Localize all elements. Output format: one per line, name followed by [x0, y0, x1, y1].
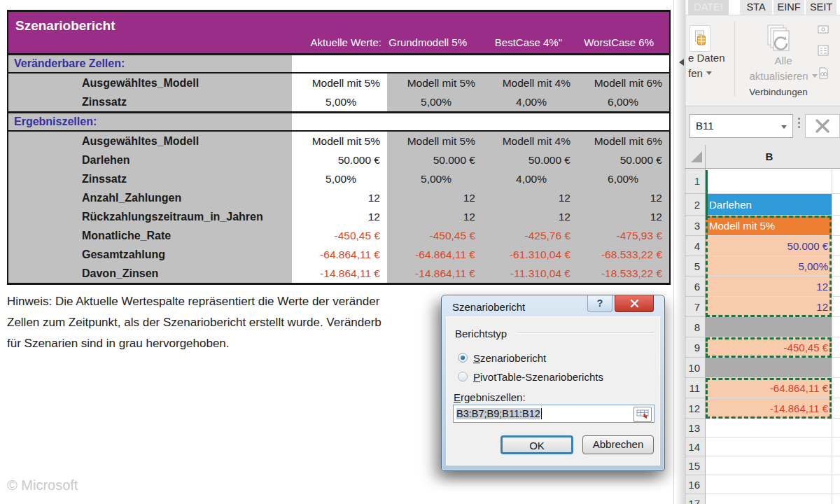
ribbon-tab-datei[interactable]: DATEI	[688, 0, 729, 15]
row-header-7[interactable]: 7	[685, 297, 706, 317]
report-cell[interactable]: 50.000 €	[292, 150, 387, 169]
report-cell[interactable]: -450,45 €	[387, 226, 482, 245]
report-cell[interactable]: 5,00%	[292, 169, 387, 188]
cell-b12[interactable]: -14.864,11 €	[706, 398, 832, 419]
row-header-5[interactable]: 5	[685, 256, 706, 276]
cell-b4[interactable]: 50.000 €	[706, 236, 832, 256]
report-cell[interactable]: 5,00%	[387, 169, 482, 188]
cell-b6[interactable]: 12	[706, 276, 832, 297]
ribbon-tab-einf[interactable]: EINF	[774, 0, 804, 15]
report-row-label[interactable]: Ausgewähltes_Modell	[8, 132, 292, 150]
report-cell[interactable]: Modell mit 6%	[578, 132, 669, 150]
refresh-all-icon[interactable]	[764, 22, 796, 57]
report-cell[interactable]: -14.864,11 €	[387, 264, 482, 283]
row-header-2[interactable]: 2	[685, 194, 706, 216]
report-cell[interactable]: -64.864,11 €	[387, 245, 482, 264]
radio-scenario-report[interactable]	[458, 353, 468, 363]
report-cell[interactable]: 12	[482, 207, 578, 226]
report-row-label[interactable]: Davon_Zinsen	[8, 264, 292, 283]
radio-pivottable-report[interactable]	[458, 372, 468, 382]
cell-b16[interactable]	[706, 475, 832, 494]
report-cell[interactable]: 12	[387, 207, 482, 226]
row-header-16[interactable]: 16	[685, 475, 706, 494]
row-header-12[interactable]: 12	[685, 398, 706, 419]
help-button[interactable]: ?	[587, 295, 612, 312]
report-row-label[interactable]: Anzahl_Zahlungen	[8, 188, 292, 207]
external-data-label-line1[interactable]: e Daten	[688, 52, 725, 64]
row-header-15[interactable]: 15	[685, 456, 706, 475]
ribbon-tab-sta[interactable]: STA	[740, 0, 772, 15]
edit-links-icon[interactable]	[818, 67, 830, 79]
report-row-label[interactable]: Rückzahlungszeitraum_in_Jahren	[8, 207, 292, 226]
report-cell[interactable]: 12	[578, 188, 669, 207]
row-header-4[interactable]: 4	[685, 236, 706, 256]
cell-b10[interactable]	[706, 358, 832, 378]
row-header-10[interactable]: 10	[685, 358, 706, 378]
cancel-button[interactable]: Abbrechen	[582, 435, 654, 454]
cell-b15[interactable]	[706, 456, 832, 475]
close-button[interactable]	[615, 295, 654, 312]
cell-b3[interactable]: Modell mit 5%	[706, 216, 832, 236]
report-cell[interactable]: 5,00%	[387, 92, 482, 111]
ok-button[interactable]: OK	[500, 435, 573, 454]
row-header-6[interactable]: 6	[685, 276, 706, 297]
report-cell[interactable]: -11.310,04 €	[482, 264, 578, 283]
report-cell[interactable]: -61.310,04 €	[482, 245, 578, 264]
report-cell[interactable]: -64.864,11 €	[292, 245, 387, 264]
report-cell[interactable]: 50.000 €	[482, 150, 578, 169]
report-cell[interactable]: Modell mit 5%	[292, 132, 387, 150]
report-cell[interactable]: 6,00%	[578, 169, 669, 188]
external-data-label-line2[interactable]: fen	[688, 67, 712, 79]
cell-b9[interactable]: -450,45 €	[706, 337, 832, 358]
range-picker-button[interactable]	[634, 407, 652, 422]
row-header-13[interactable]: 13	[685, 419, 706, 438]
result-cells-input[interactable]: B3:B7;B9;B11:B12	[453, 405, 654, 423]
row-header-1[interactable]: 1	[685, 169, 706, 194]
report-cell[interactable]: Modell mit 6%	[578, 74, 669, 92]
cell-b1[interactable]	[706, 169, 832, 194]
report-cell[interactable]: -475,93 €	[578, 226, 669, 245]
cell-b8[interactable]	[706, 317, 832, 337]
row-header-11[interactable]: 11	[685, 378, 706, 398]
report-cell[interactable]: 50.000 €	[387, 150, 482, 169]
report-cell[interactable]: 4,00%	[482, 169, 578, 188]
report-row-label[interactable]: Gesamtzahlung	[8, 245, 292, 264]
report-cell[interactable]: 5,00%	[292, 92, 387, 111]
report-cell[interactable]: 12	[387, 188, 482, 207]
report-cell[interactable]: Modell mit 4%	[482, 132, 578, 150]
report-cell[interactable]: -18.533,22 €	[578, 264, 669, 283]
collapse-arrow-icon[interactable]	[676, 59, 684, 66]
formula-cancel-box[interactable]	[805, 114, 840, 138]
report-cell[interactable]: 12	[578, 207, 669, 226]
report-cell[interactable]: Modell mit 5%	[387, 74, 482, 92]
report-row-label[interactable]: Ausgewähltes_Modell	[8, 74, 292, 92]
report-cell[interactable]: Modell mit 4%	[482, 74, 578, 92]
report-cell[interactable]: 12	[292, 188, 387, 207]
formula-bar-dots[interactable]	[798, 118, 800, 128]
cell-b5[interactable]: 5,00%	[706, 256, 832, 276]
cell-b11[interactable]: -64.864,11 €	[706, 378, 832, 398]
radio-scenario-report-label[interactable]: Szenariobericht	[473, 352, 546, 364]
select-all-corner[interactable]	[685, 145, 706, 168]
report-row-label[interactable]: Monatliche_Rate	[8, 226, 292, 245]
properties-icon[interactable]	[818, 24, 830, 36]
row-header-17[interactable]: 17	[685, 494, 706, 504]
name-box[interactable]: B11	[690, 114, 793, 138]
report-row-label[interactable]: Darlehen	[8, 150, 292, 169]
report-cell[interactable]: 4,00%	[482, 92, 578, 111]
get-external-data-button[interactable]	[690, 25, 710, 52]
cell-b7[interactable]: 12	[706, 297, 832, 317]
radio-pivottable-report-label[interactable]: PivotTable-Szenarioberichts	[473, 371, 603, 383]
report-row-label[interactable]: Zinssatz	[8, 92, 292, 111]
row-header-9[interactable]: 9	[685, 337, 706, 358]
row-header-14[interactable]: 14	[685, 438, 706, 456]
cell-b2[interactable]: Darlehen	[706, 194, 832, 216]
cell-b17[interactable]	[706, 494, 832, 504]
cell-b13[interactable]	[706, 419, 832, 438]
report-cell[interactable]: 6,00%	[578, 92, 669, 111]
report-cell[interactable]: 50.000 €	[578, 150, 669, 169]
row-header-8[interactable]: 8	[685, 317, 706, 337]
ribbon-tab-seit[interactable]: SEIT	[806, 0, 836, 15]
connection-properties-icon[interactable]	[818, 45, 830, 57]
report-cell[interactable]: -68.533,22 €	[578, 245, 669, 264]
